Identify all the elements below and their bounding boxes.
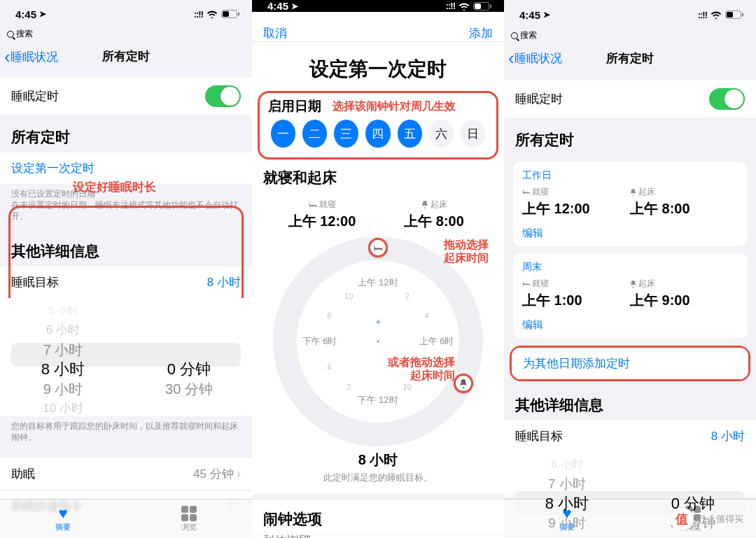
section-other-details: 其他详细信息 [504,383,756,420]
add-button[interactable]: 添加 [469,25,493,41]
sleep-schedule-toggle[interactable] [709,88,745,110]
day-mon[interactable]: 一 [271,120,295,148]
section-active-days: 启用日期 [268,97,321,115]
day-sun[interactable]: 日 [461,120,485,148]
battery-icon [725,10,743,19]
footer-goal: 您的目标将用于跟踪您的卧床时间，以及推荐就寝时间和起床闹钟。 [0,416,252,450]
annotation-frame-add-other: 为其他日期添加定时 [510,346,750,381]
day-tue[interactable]: 二 [302,120,327,148]
edit-button[interactable]: 编辑 [522,316,738,332]
section-bed-wake: 就寝和起床 [252,161,504,193]
day-wed[interactable]: 三 [334,120,358,148]
heart-icon: ♥ [58,506,67,521]
annotation-set-duration: 设定好睡眠时长 [73,179,156,195]
status-icons: ::!! [446,1,491,11]
back-button[interactable]: ‹睡眠状况 [4,41,58,72]
svg-rect-8 [742,13,743,17]
day-sat[interactable]: 六 [429,120,454,148]
sleep-schedule-toggle-row: 睡眠定时 [0,78,252,115]
back-button[interactable]: ‹睡眠状况 [508,43,562,73]
screen-1: 4:45➤ ::!! 搜索 ‹睡眠状况 所有定时 睡眠定时 所有定时 设定第一次… [0,0,252,538]
back-search[interactable]: 搜索 [0,28,252,41]
signal-icon: ::!! [194,9,203,20]
bedtime-value: 上午 12:00 [266,211,378,231]
cancel-button[interactable]: 取消 [263,25,287,41]
search-icon [259,15,266,22]
section-all-schedules: 所有定时 [0,115,252,153]
bed-icon [522,189,530,195]
bedtime-value: 上午 12:00 [522,198,630,218]
edit-button[interactable]: 编辑 [522,224,738,240]
status-bar: 4:45➤ ::!! [504,0,756,29]
card-title: 工作日 [522,169,738,185]
time-dial[interactable]: 上午 12时 上午 6时 下午 12时 下午 6时 2 4 8 10 2 4 8… [252,232,504,448]
sleep-goal-row[interactable]: 睡眠目标 8 小时 [0,267,252,298]
status-bar: 4:45➤ ::!! [0,0,252,28]
bedtime-value: 上午 1:00 [522,290,630,310]
signal-icon: ::!! [698,10,707,20]
svg-rect-5 [490,4,491,8]
bed-icon [522,281,530,287]
sleep-goal-row[interactable]: 睡眠目标 8 小时 [504,420,756,452]
svg-rect-1 [223,11,229,17]
chevron-right-icon: › [237,466,241,481]
status-time: 4:45 [519,9,540,21]
wake-alarm-row[interactable]: 起床闹钟 [252,535,504,538]
annotation-drag-wake: 或者拖动选择起床时间 [388,355,455,382]
tab-browse[interactable]: 浏览 [126,500,252,538]
svg-rect-4 [475,3,481,9]
bedtime-knob[interactable] [368,238,388,257]
card-title: 周末 [522,261,738,276]
add-schedule-other-days[interactable]: 为其他日期添加定时 [512,348,748,379]
sleep-schedule-toggle[interactable] [205,85,241,107]
wake-value: 上午 9:00 [630,290,738,310]
tab-bar: ♥摘要 浏览 [0,499,252,538]
goal-label: 睡眠目标 [11,274,59,290]
chevron-left-icon: ‹ [508,49,514,67]
bed-icon [373,244,383,252]
modal-nav: 取消 添加 [252,25,504,42]
schedule-card-weekday: 工作日 就寝 上午 12:00 起床 上午 8:00 编辑 [512,161,748,247]
goal-label: 睡眠目标 [515,428,563,444]
goal-value: 8 小时 [711,428,745,444]
day-fri[interactable]: 五 [398,120,422,148]
schedule-readout: 就寝 上午 12:00 起床 上午 8:00 [252,193,504,232]
nav-bar: ‹睡眠状况 所有定时 [504,43,756,73]
svg-rect-7 [727,12,733,17]
grid-icon [181,506,197,521]
status-time: 4:45 [15,8,36,20]
location-icon: ➤ [39,9,46,19]
wake-knob[interactable] [454,374,473,393]
annotation-drag-bed: 拖动选择起床时间 [444,238,489,264]
bed-icon [309,201,317,208]
wind-down-row[interactable]: 助眠 45 分钟› [0,458,252,490]
back-search[interactable]: 搜索 [504,29,756,43]
wifi-icon [206,10,218,18]
day-thu[interactable]: 四 [365,120,390,148]
sleep-schedule-toggle-row: 睡眠定时 [504,80,756,118]
svg-rect-2 [238,13,239,16]
screen-2: 4:45➤ ::!! 搜索 取消 添加 设定第一次定时 启用日期 选择该闹钟针对… [252,0,504,538]
wifi-icon [710,10,722,19]
search-icon [511,32,518,39]
back-search[interactable]: 搜索 [252,12,504,25]
bell-icon [630,189,636,196]
nav-bar: ‹睡眠状况 所有定时 [0,41,252,71]
status-bar: 4:45➤ ::!! [252,0,504,12]
search-icon [7,31,14,38]
status-icons: ::!! [698,10,743,20]
toggle-label: 睡眠定时 [11,88,59,104]
chevron-left-icon: ‹ [4,48,10,66]
tab-summary[interactable]: ♥摘要 [0,500,126,538]
nav-title: 所有定时 [102,48,150,64]
location-icon: ➤ [291,1,298,11]
annotation-days: 选择该闹钟针对周几生效 [332,99,456,114]
watermark: 值 什么值得买 [670,507,743,531]
battery-icon [221,10,239,18]
nav-title: 所有定时 [606,50,654,66]
page-title: 设定第一次定时 [252,42,504,91]
days-picker: 一 二 三 四 五 六 日 [261,115,495,156]
section-alarm-options: 闹钟选项 [252,500,504,535]
bell-icon [630,281,636,288]
goal-picker[interactable]: 5 小时 6 小时 7 小时 8 小时0 分钟 9 小时30 分钟 10 小时 … [0,298,252,416]
